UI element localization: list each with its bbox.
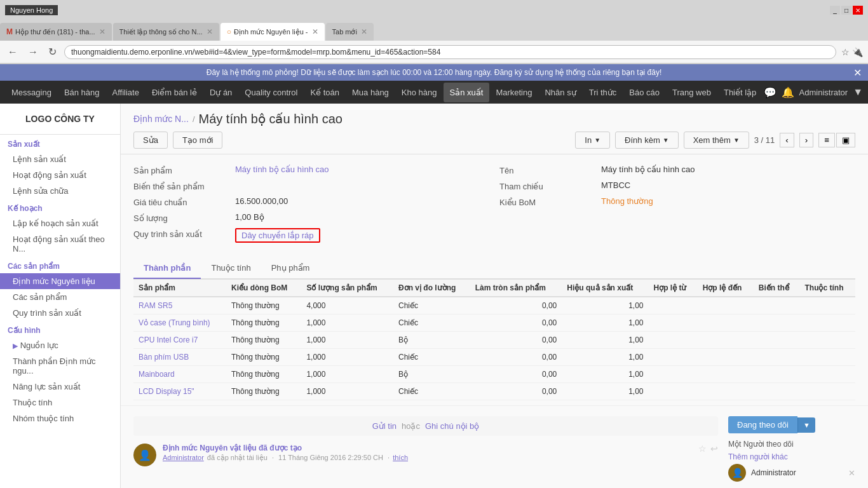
attach-button[interactable]: Đính kèm ▼ (615, 132, 679, 149)
user-menu-icon[interactable]: ▼ (853, 86, 863, 98)
nav-user[interactable]: Administrator (799, 88, 848, 97)
chat-icon[interactable]: 💬 (764, 86, 776, 98)
sidebar-item-dinh-muc[interactable]: Định mức Nguyên liệu (0, 273, 120, 289)
nav-san-xuat[interactable]: Sản xuất (444, 83, 490, 102)
nav-du-an[interactable]: Dự án (203, 83, 238, 102)
notification-close[interactable]: ✕ (853, 67, 862, 79)
main-navigation: Messaging Bán hàng Affiliate Điểm bán lẻ… (0, 81, 868, 104)
minimize-button[interactable]: _ (830, 6, 840, 15)
nav-mua-hang[interactable]: Mua hàng (346, 83, 395, 102)
reply-icon[interactable]: ↩ (710, 444, 718, 466)
components-table: Sản phẩm Kiểu dòng BoM Số lượng sản phẩm… (133, 279, 855, 400)
tab-close-4[interactable]: ✕ (361, 27, 367, 36)
nav-thiet-lap[interactable]: Thiết lập (717, 83, 763, 102)
cell-hop-le-den (698, 349, 754, 366)
cell-hop-le-tu (648, 383, 697, 400)
new-button[interactable]: Tạo mới (173, 132, 223, 149)
tab-close-3[interactable]: ✕ (312, 27, 318, 36)
sidebar-item-lenh-sua-chua[interactable]: Lệnh sửa chữa (0, 183, 120, 199)
maximize-button[interactable]: □ (841, 6, 851, 15)
tab-phu-pham[interactable]: Phụ phẩm (261, 258, 320, 279)
add-follower-link[interactable]: Thêm người khác (728, 452, 855, 461)
notification-icon[interactable]: 🔔 (782, 86, 794, 98)
browser-tab-1[interactable]: M Hộp thư đến (181) - tha... ✕ (0, 23, 112, 41)
nav-diem-ban-le[interactable]: Điểm bán lẻ (146, 83, 203, 102)
cell-don-vi: Bộ (393, 332, 470, 349)
back-button[interactable]: ← (5, 45, 20, 59)
nav-ban-hang[interactable]: Bán hàng (58, 83, 106, 102)
sidebar-item-lenh-san-xuat[interactable]: Lệnh sản xuất (0, 151, 120, 167)
cell-don-vi: Chiếc (393, 315, 470, 332)
san-pham-link[interactable]: Máy tính bộ cấu hình cao (235, 165, 329, 174)
sidebar-item-quy-trinh[interactable]: Quy trình sản xuất (0, 305, 120, 321)
nav-quality-control[interactable]: Quality control (238, 83, 304, 102)
nav-kho-hang[interactable]: Kho hàng (395, 83, 444, 102)
tab-close-2[interactable]: ✕ (207, 27, 213, 36)
message-like[interactable]: thích (393, 454, 408, 461)
tab-close-1[interactable]: ✕ (99, 27, 105, 36)
message-author[interactable]: Administrator (163, 454, 204, 461)
sidebar-item-thuoc-tinh[interactable]: Thuộc tính (0, 395, 120, 410)
sidebar-section-san-xuat: Sản xuất (0, 135, 120, 151)
table-row: Bàn phím USB Thông thường 1,000 Chiếc 0,… (133, 349, 855, 366)
sidebar-item-hoat-dong-n[interactable]: Hoạt động sản xuất theo N... (0, 231, 120, 257)
sidebar-item-cac-san-pham[interactable]: Các sản phẩm (0, 289, 120, 305)
toolbar-right: 3 / 11 ‹ › ≡ ▣ (754, 133, 855, 147)
table-row: Vỏ case (Trung bình) Thông thường 1,000 … (133, 315, 855, 332)
refresh-button[interactable]: ↻ (46, 44, 59, 59)
address-input[interactable] (64, 45, 836, 59)
edit-button[interactable]: Sửa (133, 132, 168, 149)
chatter-message: 👤 Định mức Nguyên vật liệu đã được tạo A… (133, 444, 718, 466)
form-view-button[interactable]: ▣ (836, 133, 855, 147)
nav-affiliate[interactable]: Affiliate (106, 83, 146, 102)
tab-thuoc-tinh[interactable]: Thuộc tính (201, 258, 261, 279)
print-button[interactable]: In ▼ (575, 132, 610, 149)
close-button[interactable]: ✕ (853, 6, 863, 15)
address-bar: ← → ↻ ☆ 🔌 (0, 41, 868, 64)
tab-thanh-phan[interactable]: Thành phần (133, 258, 201, 279)
nav-marketing[interactable]: Marketing (489, 83, 538, 102)
sidebar-item-nguon-luc[interactable]: ▶ Nguồn lực (0, 337, 120, 353)
star-icon[interactable]: ☆ (698, 444, 707, 466)
sidebar-item-lap-ke-hoach[interactable]: Lập kế hoạch sản xuất (0, 215, 120, 231)
browser-tab-4[interactable]: Tab mới ✕ (326, 23, 374, 41)
follow-dropdown-button[interactable]: ▼ (797, 417, 815, 433)
follow-main-button[interactable]: Đang theo dõi (728, 416, 797, 433)
window-controls[interactable]: _ □ ✕ (830, 6, 863, 15)
breadcrumb-link[interactable]: Định mức N... (133, 114, 189, 124)
sidebar-item-nang-luc[interactable]: Năng lực sản xuất (0, 379, 120, 395)
internal-note-btn[interactable]: Ghi chú nội bộ (425, 421, 479, 431)
nav-ke-toan[interactable]: Kế toán (304, 83, 346, 102)
form-row-tham-chieu: Tham chiếu MTBCC (499, 180, 855, 191)
sidebar-item-nhom-thuoc-tinh[interactable]: Nhóm thuộc tính (0, 410, 120, 426)
sidebar-item-thanh-phan-dinh-muc[interactable]: Thành phần Định mức ngu... (0, 353, 120, 379)
bookmark-button[interactable]: ☆ (841, 47, 850, 57)
message-actions: ☆ ↩ (698, 444, 718, 466)
message-action: đã cập nhật tài liệu (207, 454, 268, 461)
cell-so-luong: 1,000 (301, 383, 393, 400)
sidebar-section-ke-hoach: Kế hoạch (0, 199, 120, 215)
sidebar-item-hoat-dong-san-xuat[interactable]: Hoạt động sản xuất (0, 167, 120, 183)
nav-tri-thuc[interactable]: Tri thức (583, 83, 623, 102)
extensions-button[interactable]: 🔌 (852, 47, 863, 57)
cell-don-vi: Chiếc (393, 383, 470, 400)
prev-page-button[interactable]: ‹ (780, 133, 794, 147)
nav-trang-web[interactable]: Trang web (666, 83, 717, 102)
cell-so-luong: 4,000 (301, 297, 393, 315)
breadcrumb: Định mức N... / Máy tính bộ cấu hình cao (121, 104, 868, 126)
forward-button[interactable]: → (25, 45, 41, 59)
list-view-button[interactable]: ≡ (818, 133, 835, 147)
browser-tab-3[interactable]: ○ Định mức Nguyên liệu - ✕ (220, 23, 325, 41)
nav-nhan-su[interactable]: Nhân sự (538, 83, 582, 102)
send-message-btn[interactable]: Gửi tin (372, 421, 397, 431)
cell-thuoc-tinh (800, 297, 856, 315)
browser-tab-2[interactable]: Thiết lập thông số cho N... ✕ (113, 23, 219, 41)
more-button[interactable]: Xem thêm ▼ (684, 132, 749, 149)
nav-messaging[interactable]: Messaging (5, 83, 58, 102)
nav-bao-cao[interactable]: Báo cáo (623, 83, 666, 102)
cell-hop-le-tu (648, 297, 697, 315)
cell-hieu-qua: 1,00 (562, 297, 648, 315)
next-page-button[interactable]: › (799, 133, 813, 147)
col-bien-the: Biến thể (754, 280, 800, 297)
remove-follower-icon[interactable]: ✕ (848, 468, 855, 478)
